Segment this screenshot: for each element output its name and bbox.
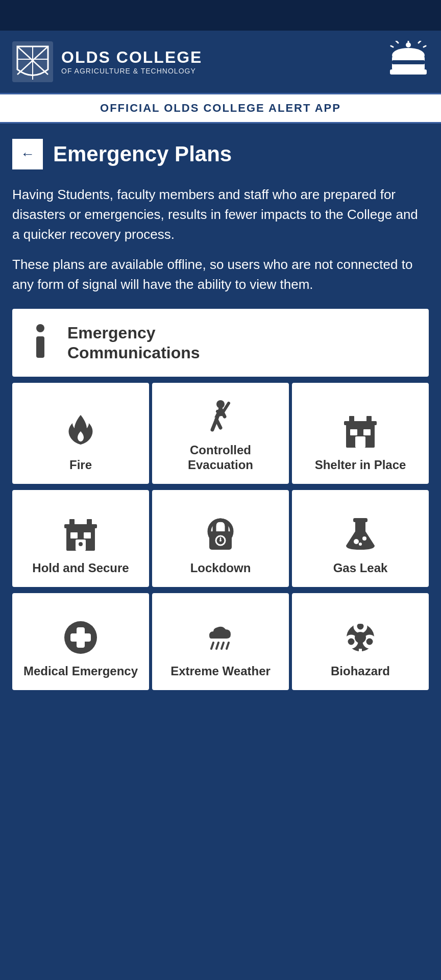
svg-line-8 bbox=[419, 41, 421, 43]
lockdown-icon bbox=[202, 516, 239, 553]
svg-rect-20 bbox=[344, 421, 377, 425]
controlled-evacuation-card[interactable]: Controlled Evacuation bbox=[152, 383, 289, 484]
svg-rect-39 bbox=[353, 518, 368, 522]
svg-rect-31 bbox=[69, 519, 75, 526]
gas-leak-card[interactable]: Gas Leak bbox=[292, 490, 429, 587]
svg-point-42 bbox=[359, 543, 362, 546]
logo-text: OLDS COLLEGE OF AGRICULTURE & TECHNOLOGY bbox=[61, 48, 202, 75]
svg-rect-45 bbox=[70, 633, 91, 642]
medical-emergency-icon bbox=[62, 619, 99, 656]
medical-emergency-label: Medical Emergency bbox=[23, 664, 138, 679]
emergency-comms-label: EmergencyCommunications bbox=[67, 323, 200, 362]
svg-rect-27 bbox=[64, 524, 97, 528]
svg-rect-24 bbox=[349, 416, 354, 423]
svg-rect-13 bbox=[390, 69, 427, 75]
grid-row-3: Medical Emergency Extreme Weather bbox=[12, 593, 429, 690]
svg-rect-32 bbox=[87, 519, 92, 526]
college-name: OLDS COLLEGE bbox=[61, 48, 202, 66]
svg-rect-16 bbox=[36, 336, 44, 358]
info-icon bbox=[28, 323, 53, 362]
emergency-communications-card[interactable]: EmergencyCommunications bbox=[12, 309, 429, 377]
description-paragraph-1: Having Students, faculty members and sta… bbox=[12, 185, 429, 244]
svg-point-15 bbox=[36, 324, 44, 332]
page-title-row: ← Emergency Plans bbox=[12, 139, 429, 169]
college-logo bbox=[12, 41, 53, 82]
svg-line-10 bbox=[424, 46, 426, 47]
fire-label: Fire bbox=[69, 458, 92, 473]
svg-line-46 bbox=[211, 643, 213, 649]
hold-and-secure-card[interactable]: Hold and Secure bbox=[12, 490, 149, 587]
hold-and-secure-label: Hold and Secure bbox=[32, 561, 129, 576]
hold-and-secure-icon bbox=[62, 516, 99, 553]
shelter-in-place-card[interactable]: Shelter in Place bbox=[292, 383, 429, 484]
svg-point-5 bbox=[406, 42, 411, 47]
svg-line-6 bbox=[396, 41, 398, 43]
extreme-weather-label: Extreme Weather bbox=[170, 664, 271, 679]
grid-row-1: Fire bbox=[12, 383, 429, 484]
controlled-evacuation-icon bbox=[202, 398, 239, 435]
alarm-icon bbox=[388, 41, 429, 83]
alert-banner: OFFICIAL OLDS COLLEGE ALERT APP bbox=[0, 93, 441, 124]
fire-icon bbox=[62, 413, 99, 450]
svg-rect-59 bbox=[356, 652, 364, 654]
description: Having Students, faculty members and sta… bbox=[12, 185, 429, 295]
status-bar bbox=[0, 0, 441, 31]
svg-rect-21 bbox=[350, 429, 357, 435]
svg-line-48 bbox=[222, 643, 224, 649]
svg-point-57 bbox=[355, 632, 365, 643]
lockdown-card[interactable]: Lockdown bbox=[152, 490, 289, 587]
page-title: Emergency Plans bbox=[53, 142, 232, 166]
biohazard-label: Biohazard bbox=[331, 664, 390, 679]
shelter-in-place-label: Shelter in Place bbox=[315, 458, 406, 473]
fire-card[interactable]: Fire bbox=[12, 383, 149, 484]
svg-point-33 bbox=[79, 542, 83, 546]
svg-rect-22 bbox=[363, 429, 371, 435]
description-paragraph-2: These plans are available offline, so us… bbox=[12, 255, 429, 295]
grid-row-2: Hold and Secure bbox=[12, 490, 429, 587]
svg-point-12 bbox=[392, 48, 425, 62]
biohazard-card[interactable]: Biohazard bbox=[292, 593, 429, 690]
svg-line-47 bbox=[216, 643, 218, 649]
lockdown-label: Lockdown bbox=[190, 561, 251, 576]
extreme-weather-card[interactable]: Extreme Weather bbox=[152, 593, 289, 690]
back-button[interactable]: ← bbox=[12, 139, 43, 169]
svg-rect-25 bbox=[366, 416, 372, 423]
svg-line-9 bbox=[391, 46, 393, 47]
svg-line-49 bbox=[227, 643, 229, 649]
svg-rect-23 bbox=[355, 436, 365, 448]
gas-leak-label: Gas Leak bbox=[333, 561, 388, 576]
extreme-weather-icon bbox=[202, 619, 239, 656]
svg-point-40 bbox=[354, 539, 359, 544]
shelter-in-place-icon bbox=[342, 413, 379, 450]
header: OLDS COLLEGE OF AGRICULTURE & TECHNOLOGY bbox=[0, 31, 441, 93]
college-subtitle: OF AGRICULTURE & TECHNOLOGY bbox=[61, 67, 202, 75]
medical-emergency-card[interactable]: Medical Emergency bbox=[12, 593, 149, 690]
svg-rect-29 bbox=[84, 532, 91, 538]
svg-rect-28 bbox=[70, 532, 78, 538]
svg-rect-14 bbox=[392, 60, 425, 64]
svg-point-41 bbox=[362, 536, 366, 541]
controlled-evacuation-label: Controlled Evacuation bbox=[160, 443, 281, 473]
biohazard-icon bbox=[342, 619, 379, 656]
gas-leak-icon bbox=[342, 516, 379, 553]
logo-area: OLDS COLLEGE OF AGRICULTURE & TECHNOLOGY bbox=[12, 41, 202, 82]
main-content: ← Emergency Plans Having Students, facul… bbox=[0, 124, 441, 708]
cards-section: EmergencyCommunications Fire bbox=[12, 309, 429, 693]
svg-point-38 bbox=[219, 540, 222, 542]
